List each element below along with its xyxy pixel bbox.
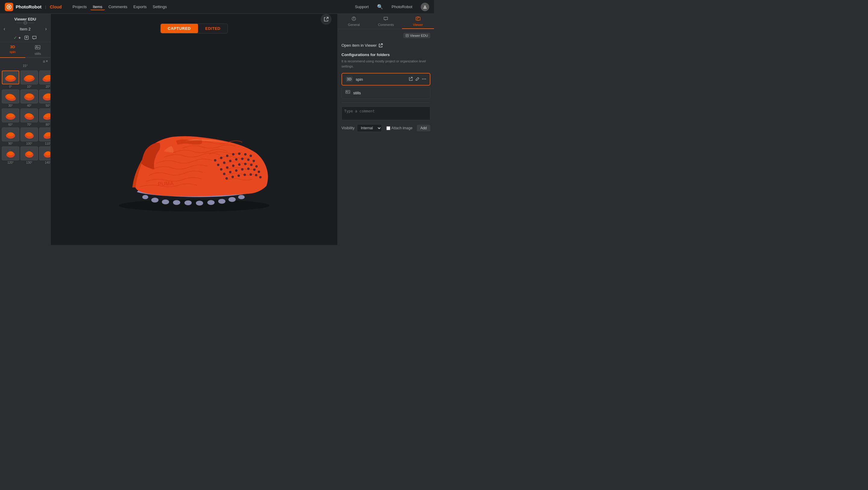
svg-point-62 <box>226 166 228 169</box>
open-viewer-link[interactable]: Open item in Viewer <box>341 43 430 48</box>
tab-general[interactable]: General <box>338 14 370 29</box>
thumbnail-90deg[interactable] <box>2 127 19 141</box>
svg-point-46 <box>142 195 148 199</box>
tab-stills[interactable]: stills <box>25 42 51 57</box>
open-viewer-label: Open item in Viewer <box>341 43 377 48</box>
thumbnail-10deg[interactable] <box>21 70 38 84</box>
filter-icon-extra: × <box>46 59 48 64</box>
visibility-label: Visibility <box>341 126 354 130</box>
tab-comments-label: Comments <box>378 23 394 27</box>
captured-button[interactable]: CAPTURED <box>161 24 198 33</box>
thumb-label-30: 30° <box>8 104 13 107</box>
thumbnail-30deg[interactable] <box>2 90 19 103</box>
edited-button[interactable]: EDITED <box>198 24 228 33</box>
approve-button[interactable]: ✓ <box>13 35 21 40</box>
tab-viewer[interactable]: Viewer <box>402 14 434 29</box>
folder-stills[interactable]: stills <box>341 87 430 99</box>
upload-button[interactable] <box>24 35 29 40</box>
svg-rect-4 <box>35 45 40 49</box>
tab-comments[interactable]: Comments <box>370 14 402 29</box>
thumbnail-grid: 0° 10° 20° <box>0 69 50 245</box>
svg-point-52 <box>244 153 247 155</box>
svg-point-60 <box>253 160 255 162</box>
svg-text:PUMA: PUMA <box>158 180 174 187</box>
filter-row: ≡ × <box>0 58 50 64</box>
svg-point-73 <box>253 169 255 171</box>
svg-point-58 <box>241 158 244 160</box>
thumbnail-70deg[interactable] <box>21 109 38 122</box>
svg-point-55 <box>223 161 225 164</box>
folder-edit-button[interactable] <box>415 77 420 82</box>
nav-items[interactable]: Items <box>90 3 105 10</box>
svg-point-77 <box>238 175 240 177</box>
thumbnail-60deg[interactable] <box>2 109 19 122</box>
config-title: Configurations for folders <box>341 53 430 57</box>
thumbnail-110deg[interactable] <box>39 127 50 141</box>
visibility-select[interactable]: Internal External Public <box>357 124 382 132</box>
folder-spin[interactable]: 3D spin <box>341 73 430 86</box>
nav-comments[interactable]: Comments <box>106 3 130 10</box>
viewer-icon <box>415 16 421 22</box>
logo-text: PhotoRobot <box>16 4 41 9</box>
thumb-cell-40: 40° <box>21 90 38 107</box>
logo-cloud: Cloud <box>50 4 62 9</box>
thumbnail-20deg[interactable] <box>39 70 50 84</box>
comment-button[interactable] <box>32 35 37 40</box>
thumbnail-0deg[interactable] <box>2 70 19 84</box>
media-tabs: 3D spin stills <box>0 42 50 58</box>
folder-stills-label: stills <box>353 91 427 95</box>
folder-more-button[interactable] <box>422 77 426 82</box>
nav-exports[interactable]: Exports <box>131 3 149 10</box>
svg-point-59 <box>247 158 250 161</box>
folder-actions-spin <box>409 77 426 82</box>
svg-point-51 <box>238 152 241 155</box>
user-name[interactable]: PhotoRobot <box>392 4 412 9</box>
attach-image-input[interactable] <box>386 126 390 130</box>
comment-input[interactable] <box>341 106 430 120</box>
search-icon[interactable]: 🔍 <box>377 4 383 10</box>
thumbnail-50deg[interactable] <box>39 90 50 103</box>
view-toggle: CAPTURED EDITED <box>160 24 228 33</box>
thumbnail-120deg[interactable] <box>2 147 19 160</box>
thumb-label-70: 70° <box>27 123 31 126</box>
next-item-button[interactable]: › <box>45 26 47 32</box>
tab-spin[interactable]: 3D spin <box>0 42 25 58</box>
logo-area: PhotoRobot | Cloud <box>5 3 62 11</box>
thumbnail-40deg[interactable] <box>21 90 38 103</box>
thumb-cell-30: 30° <box>2 90 19 107</box>
svg-point-89 <box>424 78 425 79</box>
folder-external-button[interactable] <box>409 77 413 82</box>
spin-3d-icon: 3D <box>346 76 352 82</box>
thumb-label-110: 110° <box>45 142 50 145</box>
svg-point-67 <box>255 165 258 167</box>
thumbnail-100deg[interactable] <box>21 127 38 141</box>
svg-point-53 <box>250 155 252 157</box>
thumbnail-130deg[interactable] <box>21 147 38 160</box>
support-link[interactable]: Support <box>355 4 369 9</box>
thumb-cell-100: 100° <box>21 127 38 145</box>
svg-point-40 <box>184 201 192 205</box>
thumb-cell-140: 140° <box>39 147 50 164</box>
thumb-label-40: 40° <box>27 104 31 107</box>
folder-spin-label: spin <box>355 77 406 82</box>
thumb-label-130: 130° <box>26 161 33 164</box>
thumb-row-4: 90° 100° 110° <box>2 127 49 145</box>
thumbnail-80deg[interactable] <box>39 109 50 122</box>
filter-icon[interactable]: ≡ <box>43 59 45 64</box>
svg-point-57 <box>235 158 238 161</box>
comment-section: Visibility Internal External Public Atta… <box>341 102 430 132</box>
svg-point-79 <box>250 173 252 176</box>
nav-projects[interactable]: Projects <box>70 3 89 10</box>
nav-settings[interactable]: Settings <box>150 3 169 10</box>
add-comment-button[interactable]: Add <box>417 125 430 131</box>
external-link-button[interactable] <box>321 14 332 25</box>
tab-viewer-label: Viewer <box>413 23 423 27</box>
center-area: CAPTURED EDITED <box>51 14 338 245</box>
prev-item-button[interactable]: ‹ <box>4 26 5 32</box>
viewer-badge: Viewer EDU <box>403 33 430 38</box>
thumbnail-140deg[interactable] <box>39 147 50 160</box>
svg-point-15 <box>25 93 33 98</box>
avatar[interactable] <box>421 3 429 11</box>
info-icon <box>351 16 356 22</box>
svg-point-43 <box>218 199 225 204</box>
